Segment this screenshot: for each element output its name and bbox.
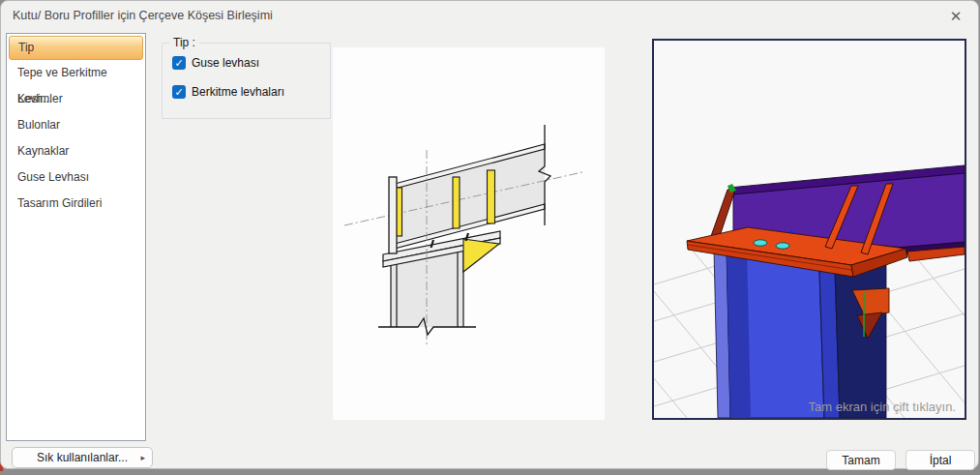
2d-drawing-svg [333, 47, 605, 420]
ok-button[interactable]: Tamam [826, 450, 896, 470]
preview-3d-viewport[interactable]: Tam ekran için çift tıklayın. [652, 39, 966, 420]
favorites-button[interactable]: Sık kullanılanlar... ▸ [12, 447, 153, 468]
stiffener-bar-2 [453, 177, 460, 228]
sidebar-item-bulonlar[interactable]: Bulonlar [9, 112, 143, 138]
tip-group: Tip : ✓ Guse levhası ✓ Berkitme levhalar… [162, 36, 331, 119]
checkbox-row-berkitme-levhalari[interactable]: ✓ Berkitme levhaları [172, 85, 330, 99]
sidebar-item-guse-levhasi[interactable]: Guse Levhası [9, 164, 143, 191]
sidebar-item-tip[interactable]: Tip [9, 36, 143, 60]
close-icon[interactable]: ✕ [946, 7, 965, 26]
fullscreen-hint: Tam ekran için çift tıklayın. [809, 400, 956, 414]
sidebar: Tip Tepe ve Berkitme Levh... Kesimler Bu… [6, 33, 146, 441]
connection-2d-drawing [333, 47, 605, 420]
cancel-button[interactable]: İptal [906, 450, 975, 470]
sidebar-item-kesimler[interactable]: Kesimler [9, 86, 143, 112]
tip-group-legend: Tip : [169, 36, 199, 49]
chevron-right-icon: ▸ [140, 454, 145, 462]
checkbox-checked-icon[interactable]: ✓ [172, 56, 186, 70]
checkbox-label-berkitme-levhalari: Berkitme levhaları [192, 85, 284, 99]
desktop-background: Kutu/ Boru Profiller için Çerçeve Köşesi… [0, 0, 980, 475]
3d-render-svg [654, 41, 965, 418]
beam-end-plate [389, 177, 397, 253]
stiffener-bar-3 [488, 170, 495, 223]
gusset-triangle [463, 239, 499, 272]
checkbox-row-guse-levhasi[interactable]: ✓ Guse levhası [172, 56, 330, 70]
dialog-frame-corner-connection: Kutu/ Boru Profiller için Çerçeve Köşesi… [0, 0, 979, 469]
favorites-label: Sık kullanılanlar... [37, 451, 128, 464]
sidebar-item-kaynaklar[interactable]: Kaynaklar [9, 138, 143, 164]
beam-web [391, 149, 545, 245]
sidebar-item-tasarim-girdileri[interactable]: Tasarım Girdileri [9, 191, 143, 217]
sidebar-item-tepe-ve-berkitme[interactable]: Tepe ve Berkitme Levh... [9, 60, 143, 86]
checkbox-checked-icon[interactable]: ✓ [172, 85, 186, 99]
titlebar[interactable]: Kutu/ Boru Profiller için Çerçeve Köşesi… [1, 1, 978, 31]
checkbox-label-guse-levhasi: Guse levhası [192, 56, 259, 70]
dialog-title: Kutu/ Boru Profiller için Çerçeve Köşesi… [13, 9, 273, 22]
